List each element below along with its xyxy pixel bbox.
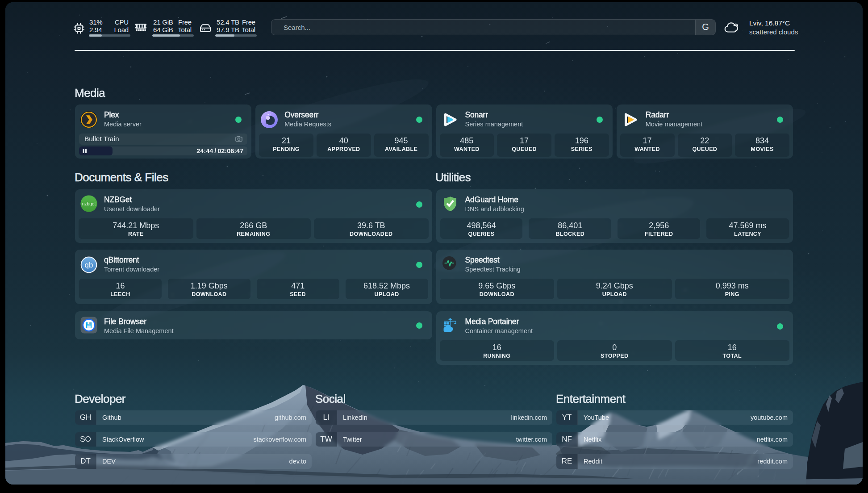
svg-text:qb: qb — [85, 260, 93, 269]
svg-text:nzbget: nzbget — [82, 201, 96, 206]
